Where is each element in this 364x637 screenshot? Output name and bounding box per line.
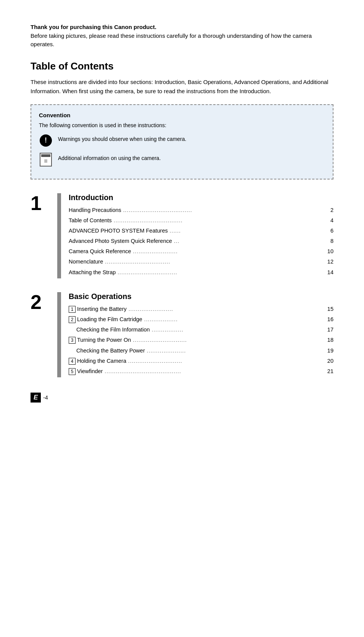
toc-entry-holding: 4 Holding the Camera ...................…	[69, 357, 333, 365]
entry-page: 15	[324, 305, 333, 314]
convention-title: Convention	[39, 112, 325, 118]
entry-title: Turning the Power On	[77, 336, 131, 344]
entry-page: 21	[324, 367, 333, 376]
e-letter: E	[34, 394, 38, 401]
toc-title: Table of Contents	[31, 60, 333, 72]
section-1-heading: Introduction	[69, 193, 333, 202]
entry-page: 19	[324, 346, 333, 355]
toc-entry-viewfinder: 5 Viewfinder ...........................…	[69, 367, 333, 376]
header-body: Before taking pictures, please read thes…	[31, 32, 312, 48]
entry-title: Table of Contents	[69, 216, 112, 225]
toc-description: These instructions are divided into four…	[31, 78, 333, 96]
toc-entry-nomenclature: Nomenclature ...........................…	[69, 257, 333, 266]
entry-title: Camera Quick Reference	[69, 247, 131, 256]
entry-page: 17	[324, 325, 333, 334]
header-intro: Thank you for purchasing this Canon prod…	[31, 23, 333, 49]
convention-item-warning: ! Warnings you should observe when using…	[39, 134, 325, 147]
num-box-1: 1	[69, 306, 76, 313]
entry-title: Holding the Camera	[77, 357, 126, 365]
entry-page: 14	[324, 268, 333, 277]
num-box-4: 4	[69, 358, 76, 365]
num-box-5: 5	[69, 368, 76, 375]
footer: E -4	[31, 393, 333, 403]
entry-title: Loading the Film Cartridge	[77, 315, 142, 324]
entry-title: Advanced Photo System Quick Reference	[69, 237, 172, 246]
toc-entry-apsqr: Advanced Photo System Quick Reference ..…	[69, 237, 333, 246]
toc-entry-toc: Table of Contents ......................…	[69, 216, 333, 225]
section-2-bar	[57, 292, 61, 377]
entry-page: 2	[324, 206, 333, 215]
entry-page: 10	[324, 247, 333, 256]
section-1-bar	[57, 193, 61, 278]
entry-page: 12	[324, 257, 333, 266]
num-box-3: 3	[69, 337, 76, 344]
entry-page: 18	[324, 336, 333, 344]
entry-title: Checking the Film Information	[76, 325, 150, 334]
toc-entry-cqr: Camera Quick Reference .................…	[69, 247, 333, 256]
toc-entry-film: 2 Loading the Film Cartridge ...........…	[69, 315, 333, 324]
header-bold: Thank you for purchasing this Canon prod…	[31, 24, 156, 30]
convention-item-info: ≡ Additional information on using the ca…	[39, 153, 325, 167]
toc-section: Table of Contents These instructions are…	[31, 60, 333, 96]
section-2-heading: Basic Operations	[69, 292, 333, 301]
warning-text: Warnings you should observe when using t…	[58, 134, 186, 143]
entry-page: 4	[324, 216, 333, 225]
footer-page: -4	[43, 394, 48, 401]
convention-box: Convention The following convention is u…	[31, 104, 333, 179]
toc-entry-battery: 1 Inserting the Battery ................…	[69, 305, 333, 314]
section-1-content: Introduction Handling Precautions ......…	[69, 193, 333, 278]
entry-title: Attaching the Strap	[69, 268, 116, 277]
toc-entry-film-info: Checking the Film Information ..........…	[69, 325, 333, 334]
entry-title: Nomenclature	[69, 257, 103, 266]
entry-title: Checking the Battery Power	[76, 346, 145, 355]
entry-title: ADVANCED PHOTO SYSTEM Features	[69, 226, 168, 235]
toc-entry-power: 3 Turning the Power On .................…	[69, 336, 333, 344]
entry-page: 8	[324, 237, 333, 246]
entry-page: 16	[324, 315, 333, 324]
info-text: Additional information on using the came…	[58, 153, 161, 162]
section-2-number: 2	[31, 292, 50, 312]
toc-entry-battery-power: Checking the Battery Power .............…	[69, 346, 333, 355]
footer-badge: E	[31, 393, 41, 403]
entry-page: 6	[324, 226, 333, 235]
section-2-content: Basic Operations 1 Inserting the Battery…	[69, 292, 333, 377]
toc-entry-strap: Attaching the Strap ....................…	[69, 268, 333, 277]
entry-title: Handling Precautions	[69, 206, 121, 215]
section-1: 1 Introduction Handling Precautions ....…	[31, 193, 333, 278]
section-1-number: 1	[31, 193, 50, 213]
entry-title: Viewfinder	[77, 367, 103, 376]
warning-icon: !	[39, 134, 53, 147]
info-icon: ≡	[39, 153, 53, 167]
toc-entry-handling: Handling Precautions ...................…	[69, 206, 333, 215]
section-2: 2 Basic Operations 1 Inserting the Batte…	[31, 292, 333, 377]
entry-title: Inserting the Battery	[77, 305, 127, 314]
toc-entry-aps: ADVANCED PHOTO SYSTEM Features ...... 6	[69, 226, 333, 235]
entry-page: 20	[324, 357, 333, 365]
num-box-2: 2	[69, 316, 76, 323]
convention-description: The following convention is used in thes…	[39, 122, 325, 128]
